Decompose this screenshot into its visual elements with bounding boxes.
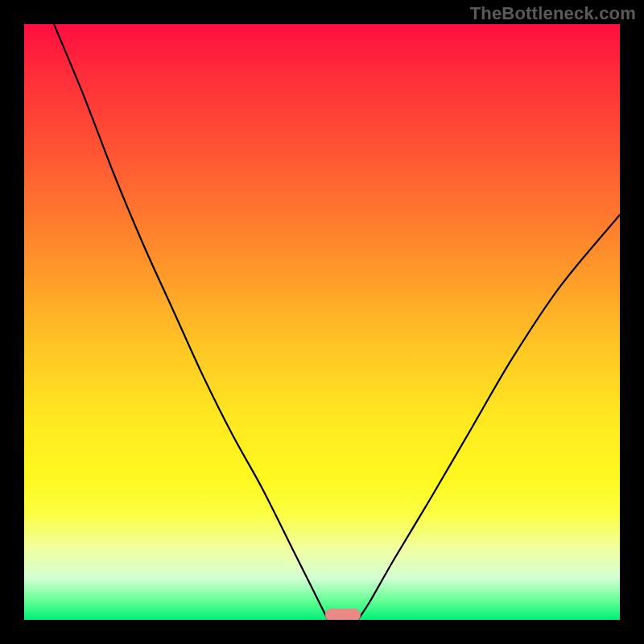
curve-right-branch	[357, 215, 620, 620]
chart-curve-svg	[24, 24, 620, 620]
watermark-text: TheBottleneck.com	[470, 3, 636, 24]
bottleneck-marker	[325, 609, 361, 620]
chart-plot-area	[24, 24, 620, 620]
curve-left-branch	[54, 24, 328, 620]
